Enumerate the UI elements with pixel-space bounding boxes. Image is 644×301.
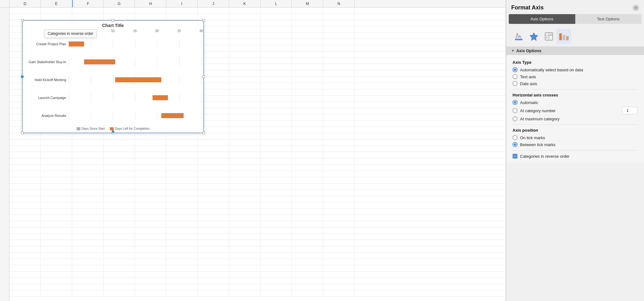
cell[interactable]	[9, 190, 41, 196]
cell[interactable]	[9, 14, 41, 20]
cell[interactable]	[323, 14, 355, 20]
cell[interactable]	[229, 70, 260, 77]
cell[interactable]	[41, 265, 72, 271]
cell[interactable]	[260, 177, 292, 183]
cell[interactable]	[260, 165, 292, 171]
cell[interactable]	[323, 121, 355, 127]
cell[interactable]	[135, 158, 166, 165]
cell[interactable]	[229, 39, 260, 45]
cell[interactable]	[292, 240, 323, 246]
cell[interactable]	[104, 202, 135, 209]
cell[interactable]	[260, 45, 292, 52]
cell[interactable]	[166, 215, 198, 221]
cell[interactable]	[41, 8, 72, 14]
cell[interactable]	[292, 158, 323, 165]
cell[interactable]	[166, 271, 198, 278]
cell[interactable]	[260, 77, 292, 83]
cell[interactable]	[260, 127, 292, 133]
cell[interactable]	[166, 240, 198, 246]
cell[interactable]	[229, 190, 260, 196]
cell[interactable]	[198, 165, 229, 171]
cell[interactable]	[41, 202, 72, 209]
cell[interactable]	[166, 196, 198, 202]
cell[interactable]	[166, 171, 198, 177]
radio-text-axis[interactable]: Text axis	[513, 74, 638, 79]
cell[interactable]	[229, 114, 260, 121]
cell[interactable]	[229, 246, 260, 253]
cell[interactable]	[135, 8, 166, 14]
cell[interactable]	[260, 8, 292, 14]
cell[interactable]	[292, 183, 323, 190]
cell[interactable]	[260, 39, 292, 45]
cell[interactable]	[323, 152, 355, 158]
cell[interactable]	[198, 133, 229, 140]
cell[interactable]	[166, 202, 198, 209]
cell[interactable]	[323, 158, 355, 165]
cell[interactable]	[72, 265, 104, 271]
cell[interactable]	[229, 290, 260, 297]
cell[interactable]	[72, 290, 104, 297]
cell[interactable]	[260, 171, 292, 177]
cell[interactable]	[292, 133, 323, 140]
handle-bottom-right[interactable]	[202, 132, 205, 134]
cell[interactable]	[198, 152, 229, 158]
cell[interactable]	[323, 221, 355, 227]
cell[interactable]	[72, 246, 104, 253]
cell[interactable]	[198, 259, 229, 265]
cell[interactable]	[323, 253, 355, 259]
cell[interactable]	[323, 209, 355, 215]
cell[interactable]	[323, 240, 355, 246]
cell[interactable]	[72, 177, 104, 183]
cell[interactable]	[72, 171, 104, 177]
cell[interactable]	[104, 290, 135, 297]
cell[interactable]	[135, 259, 166, 265]
cell[interactable]	[260, 158, 292, 165]
radio-auto-select-circle[interactable]	[513, 67, 518, 72]
cell[interactable]	[72, 209, 104, 215]
cell[interactable]	[166, 221, 198, 227]
cell[interactable]	[72, 278, 104, 284]
cell[interactable]	[260, 26, 292, 33]
cell[interactable]	[41, 183, 72, 190]
cell[interactable]	[260, 284, 292, 290]
cell[interactable]	[323, 146, 355, 152]
cell[interactable]	[9, 146, 41, 152]
cell[interactable]	[292, 33, 323, 39]
cell[interactable]	[229, 234, 260, 240]
cell[interactable]	[72, 183, 104, 190]
radio-automatic[interactable]: Automatic	[513, 100, 638, 105]
close-button[interactable]: ×	[633, 5, 639, 11]
radio-between-tick-marks-circle[interactable]	[513, 142, 518, 147]
cell[interactable]	[292, 140, 323, 146]
cell[interactable]	[229, 121, 260, 127]
cell[interactable]	[292, 83, 323, 89]
cell[interactable]	[104, 158, 135, 165]
cell[interactable]	[135, 171, 166, 177]
cell[interactable]	[292, 221, 323, 227]
cell[interactable]	[72, 234, 104, 240]
cell[interactable]	[166, 234, 198, 240]
cell[interactable]	[104, 190, 135, 196]
cell[interactable]	[41, 165, 72, 171]
cell[interactable]	[41, 171, 72, 177]
cell[interactable]	[166, 227, 198, 234]
cell[interactable]	[104, 209, 135, 215]
cell[interactable]	[41, 140, 72, 146]
cell[interactable]	[41, 152, 72, 158]
cell[interactable]	[229, 146, 260, 152]
cell[interactable]	[198, 221, 229, 227]
cell[interactable]	[72, 215, 104, 221]
cell[interactable]	[104, 215, 135, 221]
cell[interactable]	[9, 240, 41, 246]
cell[interactable]	[229, 8, 260, 14]
cell[interactable]	[229, 89, 260, 96]
cell[interactable]	[41, 177, 72, 183]
cell[interactable]	[229, 209, 260, 215]
cell[interactable]	[166, 165, 198, 171]
cell[interactable]	[9, 177, 41, 183]
cell[interactable]	[72, 271, 104, 278]
cell[interactable]	[229, 58, 260, 64]
cell[interactable]	[135, 152, 166, 158]
cell[interactable]	[260, 265, 292, 271]
cell[interactable]	[104, 221, 135, 227]
